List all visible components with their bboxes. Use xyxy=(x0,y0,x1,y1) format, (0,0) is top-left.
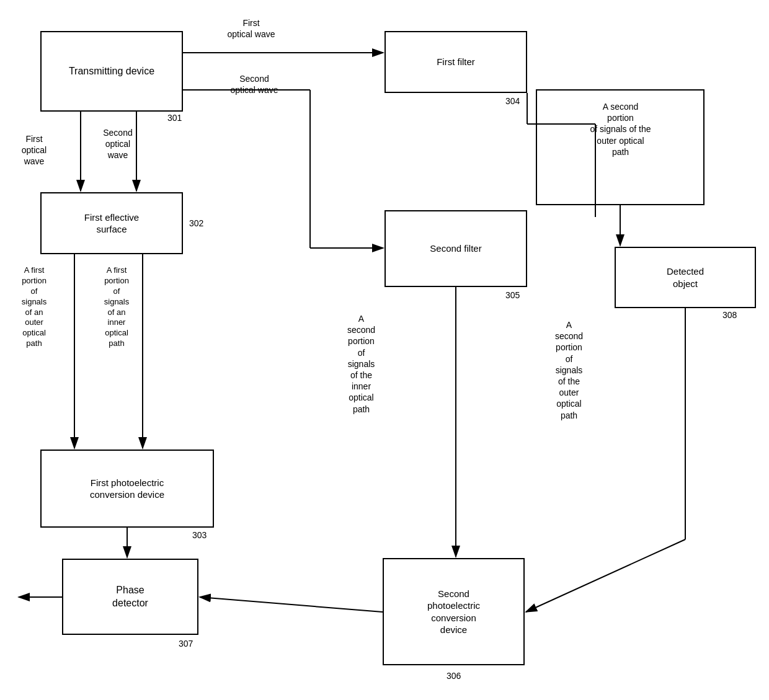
label-first-optical-wave-top: Firstoptical wave xyxy=(220,17,282,40)
second-photoelectric-box: Secondphotoelectricconversiondevice xyxy=(383,558,525,665)
ref-304: 304 xyxy=(505,96,520,106)
phase-detector-box: Phasedetector xyxy=(62,559,198,635)
ref-308: 308 xyxy=(722,310,737,320)
label-second-optical-wave-left: Secondopticalwave xyxy=(96,127,140,161)
transmitting-device-box: Transmitting device xyxy=(40,31,183,112)
detected-object-box: Detectedobject xyxy=(615,247,756,308)
ref-307: 307 xyxy=(179,639,193,649)
label-second-portion-outer-bottom: Asecondportionofsignalsof theouteroptica… xyxy=(540,319,598,421)
first-filter-box: First filter xyxy=(384,31,527,93)
svg-line-17 xyxy=(200,597,383,612)
label-second-portion-outer-top: A secondportionof signals of theouter op… xyxy=(538,96,703,162)
diagram: Transmitting device First eflectivesurfa… xyxy=(0,0,769,700)
ref-302: 302 xyxy=(189,218,203,228)
label-first-optical-wave-left: Firstopticalwave xyxy=(12,133,56,167)
first-effective-surface-box: First eflectivesurface xyxy=(40,192,183,254)
svg-line-20 xyxy=(526,539,685,612)
label-second-portion-inner-mid: Asecondportionofsignalsof theinneroptica… xyxy=(335,313,388,415)
ref-301: 301 xyxy=(167,113,182,123)
label-first-portion-inner: A firstportionofsignalsof aninneroptical… xyxy=(92,265,141,349)
second-filter-box: Second filter xyxy=(384,210,527,287)
first-photoelectric-box: First photoelectricconversion device xyxy=(40,450,214,528)
ref-306: 306 xyxy=(447,671,461,681)
ref-303: 303 xyxy=(192,530,207,540)
ref-305: 305 xyxy=(505,290,520,300)
label-second-optical-wave-top: Secondoptical wave xyxy=(220,73,288,95)
label-first-portion-outer: A firstportionofsignalsof anouteroptical… xyxy=(9,265,59,349)
